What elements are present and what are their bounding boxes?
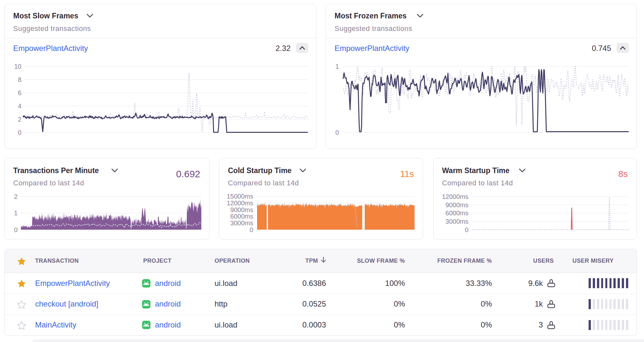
svg-text:1: 1 bbox=[335, 63, 339, 70]
svg-text:0: 0 bbox=[250, 226, 253, 233]
svg-text:1: 1 bbox=[14, 210, 17, 217]
svg-text:10: 10 bbox=[14, 63, 21, 70]
svg-text:6000ms: 6000ms bbox=[230, 213, 253, 220]
svg-text:0: 0 bbox=[18, 129, 21, 136]
svg-text:0: 0 bbox=[465, 226, 468, 233]
svg-text:0: 0 bbox=[335, 129, 339, 136]
svg-text:0: 0 bbox=[14, 226, 17, 233]
svg-text:12000ms: 12000ms bbox=[227, 200, 253, 207]
svg-text:3000ms: 3000ms bbox=[445, 218, 468, 225]
svg-text:2: 2 bbox=[14, 193, 17, 200]
svg-text:6: 6 bbox=[18, 89, 21, 96]
svg-text:4: 4 bbox=[18, 102, 21, 109]
svg-text:2: 2 bbox=[18, 115, 21, 122]
svg-text:12000ms: 12000ms bbox=[442, 193, 468, 200]
svg-text:3000ms: 3000ms bbox=[230, 220, 253, 227]
svg-text:8: 8 bbox=[18, 76, 21, 83]
svg-text:15000ms: 15000ms bbox=[227, 193, 253, 200]
svg-text:9000ms: 9000ms bbox=[230, 206, 253, 213]
svg-text:9000ms: 9000ms bbox=[445, 201, 468, 209]
svg-text:6000ms: 6000ms bbox=[445, 210, 468, 217]
